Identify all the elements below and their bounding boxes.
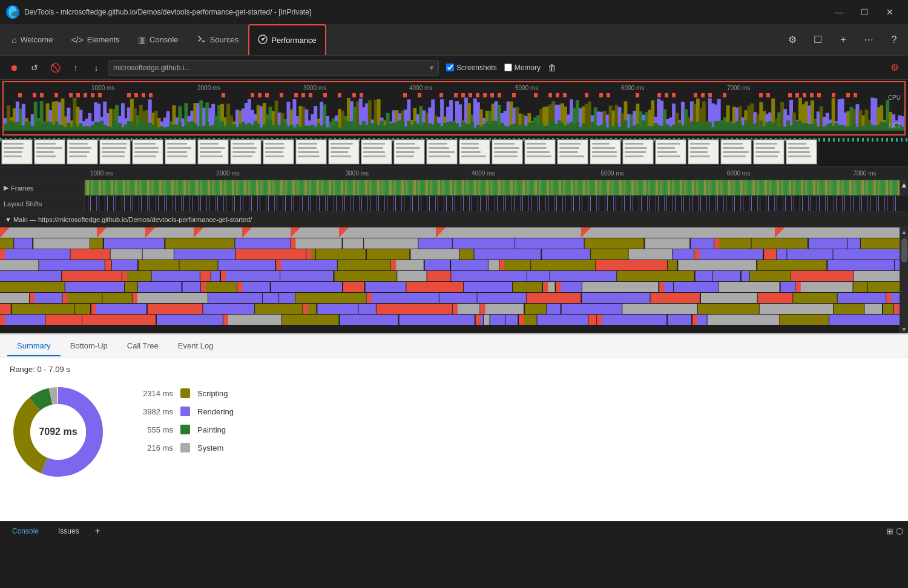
flame-chart-section: ▲ ▼ [0,227,908,333]
bottom-tab-bar: Summary Bottom-Up Call Tree Event Log [0,335,908,358]
scroll-thumb[interactable] [901,238,907,263]
tab-call-tree[interactable]: Call Tree [117,336,168,356]
painting-ms: 555 ms [131,425,173,434]
status-console-tab[interactable]: Console [5,524,46,538]
memory-checkbox[interactable] [504,64,512,71]
status-bar: Console Issues + ⊞ ⬡ [0,521,908,540]
layout-shifts-track-row: Layout Shifts [0,196,908,212]
help-btn[interactable]: ? [883,29,905,51]
frames-expand-icon[interactable]: ▶ [4,184,8,192]
cpu-label: CPU [888,94,901,101]
reload-record-button[interactable]: ↺ [25,59,44,76]
url-dropdown-icon[interactable]: ▾ [430,64,433,72]
settings-tab-btn[interactable]: ⚙ [781,29,803,51]
cpu-chart: CPU NET [4,93,904,131]
record-button[interactable]: ⏺ [5,59,23,76]
tl-time-7000: 7000 ms [853,170,876,177]
add-panel-btn[interactable]: + [91,526,104,537]
time-2000: 2000 ms [197,85,220,91]
frames-visualization [85,180,900,195]
legend-system: 216 ms System [131,443,234,452]
inspect-btn[interactable]: ⊞ [886,526,893,536]
legend-rendering: 3982 ms Rendering [131,407,234,416]
minimize-button[interactable]: — [827,3,851,21]
legend-list: 2314 ms Scripting 3982 ms Rendering 555 … [131,384,234,452]
tl-time-2000: 2000 ms [216,170,239,177]
tab-console[interactable]: ▥ Console [130,24,187,55]
painting-color [180,425,190,434]
main-thread-label: ▼ Main — https://microsoftedge.github.io… [5,216,252,223]
time-7000: 7000 ms [727,85,750,91]
tab-bottom-up[interactable]: Bottom-Up [61,336,117,356]
summary-range: Range: 0 - 7.09 s [10,365,898,374]
cpu-overview: 1000 ms 2000 ms 3000 ms 4000 ms 5000 ms … [2,81,906,136]
scroll-down-btn[interactable]: ▼ [900,325,908,333]
screenshots-label[interactable]: Screenshots [446,64,497,72]
status-issues-tab[interactable]: Issues [51,524,87,538]
screenshots-strip [0,137,908,167]
time-5000: 5000 ms [515,85,538,91]
title-bar: DevTools - microsoftedge.github.io/Demos… [0,0,908,24]
time-6000: 6000 ms [621,85,644,91]
v-scrollbar-top[interactable]: ▲ [900,180,908,196]
memory-label[interactable]: Memory [504,64,541,72]
dock-btn[interactable]: ☐ [807,29,829,51]
scripting-label: Scripting [197,389,228,398]
frames-content [85,180,900,195]
tab-elements[interactable]: </> Elements [62,24,128,55]
time-3000: 3000 ms [303,85,326,91]
layout-shifts-label: Layout Shifts [0,196,85,211]
layout-shifts-content [85,196,900,211]
tab-bar-right: ⚙ ☐ ＋ ⋯ ? [781,24,905,55]
donut-chart: 7092 ms [10,384,107,480]
devtools-toolbar: ⏺ ↺ 🚫 ↑ ↓ microsoftedge.github.i... ▾ Sc… [0,56,908,80]
tab-event-log[interactable]: Event Log [168,336,223,356]
scripting-ms: 2314 ms [131,389,173,398]
window-controls: — ☐ ✕ [827,3,902,21]
painting-label: Painting [197,425,226,434]
upload-button[interactable]: ↑ [67,59,85,76]
time-1000: 1000 ms [91,85,114,91]
flame-chart-main[interactable] [0,227,900,333]
system-color [180,443,190,452]
browser-logo [6,5,19,19]
performance-settings-button[interactable]: ⚙ [886,59,903,76]
v-scrollbar-flame[interactable]: ▲ ▼ [900,227,908,333]
tl-time-5000: 5000 ms [600,170,623,177]
donut-total-label: 7092 ms [39,426,77,437]
more-btn[interactable]: ⋯ [858,29,880,51]
screenshots-checkbox-group: Screenshots [446,64,497,72]
screenshots-checkbox[interactable] [446,64,454,71]
net-label: NET [889,123,901,129]
tl-time-3000: 3000 ms [346,170,369,177]
bottom-panel: Summary Bottom-Up Call Tree Event Log Ra… [0,333,908,521]
summary-content: 7092 ms 2314 ms Scripting 3982 ms Render… [10,384,898,480]
summary-panel: Range: 0 - 7.09 s [0,358,908,521]
system-label: System [197,443,223,452]
scripting-color [180,388,190,398]
main-thread-header: ▼ Main — https://microsoftedge.github.io… [0,212,908,227]
rendering-ms: 3982 ms [131,407,173,416]
svg-point-4 [262,38,264,41]
elements-icon: </> [71,35,83,45]
frames-track-row: ▶ Frames ▲ [0,180,908,196]
tl-time-4000: 4000 ms [472,170,495,177]
device-btn[interactable]: ⬡ [896,526,903,536]
performance-icon [258,34,268,46]
time-4000: 4000 ms [409,85,432,91]
close-button[interactable]: ✕ [878,3,902,21]
clear-button[interactable]: 🚫 [46,59,64,76]
layout-shifts-visualization [85,196,900,211]
tab-sources[interactable]: Sources [188,24,248,55]
tab-welcome[interactable]: ⌂ Welcome [3,24,61,55]
maximize-button[interactable]: ☐ [852,3,877,21]
tab-performance[interactable]: Performance [248,24,326,55]
new-tab-btn[interactable]: ＋ [832,29,854,51]
scroll-up-btn[interactable]: ▲ [901,227,907,236]
frames-label[interactable]: ▶ Frames [0,180,85,195]
delete-profile-button[interactable]: 🗑 [543,59,561,76]
tl-time-1000: 1000 ms [90,170,113,177]
download-button[interactable]: ↓ [87,59,105,76]
tab-summary[interactable]: Summary [7,336,61,356]
overview-time-ruler: 1000 ms 2000 ms 3000 ms 4000 ms 5000 ms … [4,82,904,93]
